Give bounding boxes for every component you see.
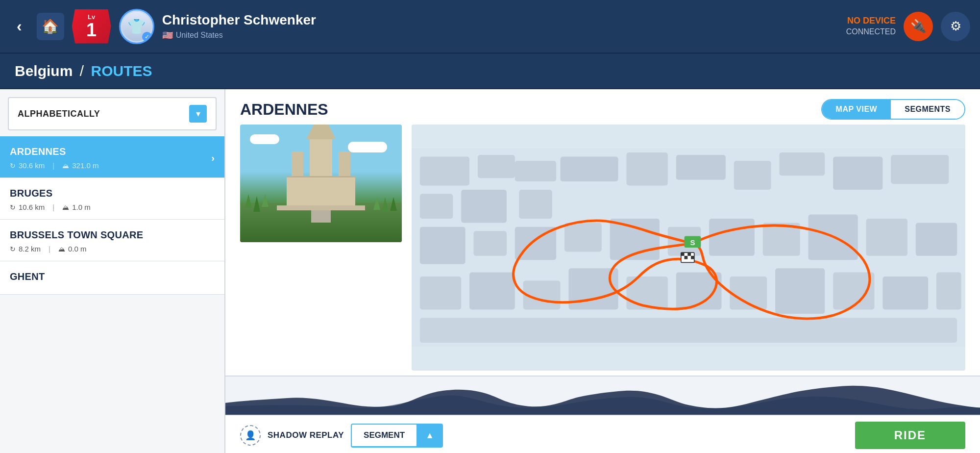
level-lv-label: Lv bbox=[88, 13, 95, 21]
back-button[interactable]: ‹ bbox=[10, 13, 29, 39]
svg-rect-17 bbox=[473, 231, 506, 256]
svg-rect-5 bbox=[420, 194, 453, 219]
level-number: 1 bbox=[86, 21, 97, 39]
settings-icon: ⚙ bbox=[950, 19, 961, 34]
route-elevation: ⛰ 1.0 m bbox=[62, 203, 91, 211]
route-stats: ↻ 10.6 km | ⛰ 1.0 m bbox=[10, 203, 91, 211]
svg-rect-15 bbox=[891, 155, 949, 184]
svg-rect-44 bbox=[685, 256, 688, 259]
route-name: BRUGES bbox=[10, 188, 91, 199]
route-name: ARDENNES bbox=[10, 146, 98, 157]
route-name: GHENT bbox=[10, 271, 45, 282]
route-elevation: ⛰ 321.0 m bbox=[62, 161, 98, 170]
detail-panel: ARDENNES MAP VIEW SEGMENTS bbox=[225, 89, 980, 453]
breadcrumb-separator: / bbox=[80, 63, 84, 79]
svg-rect-34 bbox=[775, 268, 825, 314]
settings-button[interactable]: ⚙ bbox=[941, 12, 970, 41]
main-content: ALPHABETICALLY ▾ ARDENNES ↻ 30.6 km | ⛰ bbox=[0, 89, 980, 453]
avatar-check-icon: ✓ bbox=[142, 32, 152, 42]
sort-dropdown[interactable]: ALPHABETICALLY ▾ bbox=[8, 97, 217, 130]
ride-button[interactable]: RIDE bbox=[855, 422, 965, 449]
route-item[interactable]: ARDENNES ↻ 30.6 km | ⛰ 321.0 m › bbox=[0, 136, 224, 178]
connect-icon: 🔌 bbox=[910, 19, 926, 34]
svg-rect-38 bbox=[420, 318, 957, 343]
connect-button[interactable]: 🔌 bbox=[904, 12, 933, 41]
svg-rect-19 bbox=[564, 223, 602, 252]
segment-label: SEGMENT bbox=[352, 425, 417, 446]
distance-icon: ↻ bbox=[10, 162, 16, 170]
segment-chevron-icon[interactable]: ▲ bbox=[417, 425, 442, 447]
svg-rect-43 bbox=[687, 252, 691, 256]
svg-rect-45 bbox=[691, 256, 694, 259]
route-distance: ↻ 10.6 km bbox=[10, 203, 45, 211]
distance-icon: ↻ bbox=[10, 245, 16, 253]
svg-marker-0 bbox=[306, 125, 336, 139]
route-name: BRUSSELS TOWN SQUARE bbox=[10, 229, 143, 241]
cloud-decoration bbox=[348, 142, 387, 152]
user-country: 🇺🇸 United States bbox=[162, 30, 316, 41]
shadow-replay-section: 👤 SHADOW REPLAY SEGMENT ▲ bbox=[240, 424, 845, 448]
map-area: S bbox=[412, 125, 965, 371]
map-view-button[interactable]: MAP VIEW bbox=[822, 100, 891, 119]
elevation-icon: ⛰ bbox=[62, 203, 69, 211]
svg-rect-13 bbox=[780, 152, 825, 176]
svg-rect-4 bbox=[478, 155, 515, 178]
breadcrumb: Belgium / ROUTES bbox=[0, 54, 980, 89]
view-toggle: MAP VIEW SEGMENTS bbox=[821, 99, 965, 120]
route-distance: ↻ 30.6 km bbox=[10, 161, 45, 170]
no-device-status: NO DEVICE CONNECTED bbox=[846, 15, 896, 37]
segment-dropdown[interactable]: SEGMENT ▲ bbox=[351, 424, 443, 448]
svg-rect-11 bbox=[676, 155, 726, 180]
elevation-icon: ⛰ bbox=[58, 245, 65, 253]
svg-rect-14 bbox=[833, 156, 882, 189]
detail-title: ARDENNES bbox=[240, 101, 328, 119]
svg-rect-37 bbox=[936, 273, 961, 310]
distance-icon: ↻ bbox=[10, 203, 16, 211]
svg-rect-28 bbox=[469, 273, 515, 310]
cloud-decoration bbox=[250, 134, 279, 144]
routes-list: ARDENNES ↻ 30.6 km | ⛰ 321.0 m › bbox=[0, 136, 224, 453]
breadcrumb-region: Belgium bbox=[15, 63, 73, 79]
svg-rect-12 bbox=[734, 161, 771, 190]
svg-rect-22 bbox=[709, 219, 755, 256]
elevation-profile bbox=[225, 376, 980, 415]
svg-rect-3 bbox=[420, 156, 469, 185]
svg-text:S: S bbox=[690, 238, 695, 247]
svg-rect-7 bbox=[515, 161, 556, 181]
svg-rect-25 bbox=[866, 219, 907, 256]
shadow-replay-icon: 👤 bbox=[240, 425, 261, 446]
shadow-replay-label: SHADOW REPLAY bbox=[268, 430, 344, 440]
route-stats: ↻ 8.2 km | ⛰ 0.0 m bbox=[10, 245, 143, 253]
elevation-svg bbox=[225, 377, 980, 415]
home-icon: 🏠 bbox=[42, 18, 59, 34]
svg-rect-16 bbox=[420, 227, 466, 264]
sidebar: ALPHABETICALLY ▾ ARDENNES ↻ 30.6 km | ⛰ bbox=[0, 89, 225, 453]
svg-rect-27 bbox=[420, 277, 461, 309]
route-chevron-icon: › bbox=[211, 152, 215, 164]
svg-rect-6 bbox=[461, 190, 507, 223]
home-button[interactable]: 🏠 bbox=[37, 13, 64, 40]
route-distance: ↻ 8.2 km bbox=[10, 245, 41, 253]
header: ‹ 🏠 Lv 1 👕 ✓ Christopher Schwenker 🇺🇸 Un… bbox=[0, 0, 980, 54]
route-image bbox=[240, 125, 402, 242]
svg-rect-42 bbox=[681, 252, 685, 256]
breadcrumb-section: ROUTES bbox=[91, 63, 152, 79]
route-item[interactable]: GHENT bbox=[0, 261, 224, 295]
user-info: Christopher Schwenker 🇺🇸 United States bbox=[162, 12, 316, 41]
detail-header: ARDENNES MAP VIEW SEGMENTS bbox=[225, 89, 980, 125]
cathedral-spire-svg bbox=[301, 125, 341, 139]
segments-view-button[interactable]: SEGMENTS bbox=[891, 100, 964, 119]
sort-chevron-icon: ▾ bbox=[189, 105, 207, 123]
route-stats: ↻ 30.6 km | ⛰ 321.0 m bbox=[10, 161, 98, 170]
route-item[interactable]: BRUSSELS TOWN SQUARE ↻ 8.2 km | ⛰ 0.0 m bbox=[0, 220, 224, 261]
route-item[interactable]: BRUGES ↻ 10.6 km | ⛰ 1.0 m bbox=[0, 178, 224, 220]
svg-rect-26 bbox=[916, 223, 957, 255]
svg-rect-9 bbox=[561, 156, 618, 181]
sort-label: ALPHABETICALLY bbox=[18, 109, 100, 119]
detail-content: S bbox=[225, 125, 980, 376]
map-svg: S bbox=[412, 125, 965, 371]
route-elevation: ⛰ 0.0 m bbox=[58, 245, 87, 253]
svg-rect-8 bbox=[519, 190, 552, 219]
elevation-icon: ⛰ bbox=[62, 162, 69, 170]
flag-icon: 🇺🇸 bbox=[162, 30, 173, 41]
